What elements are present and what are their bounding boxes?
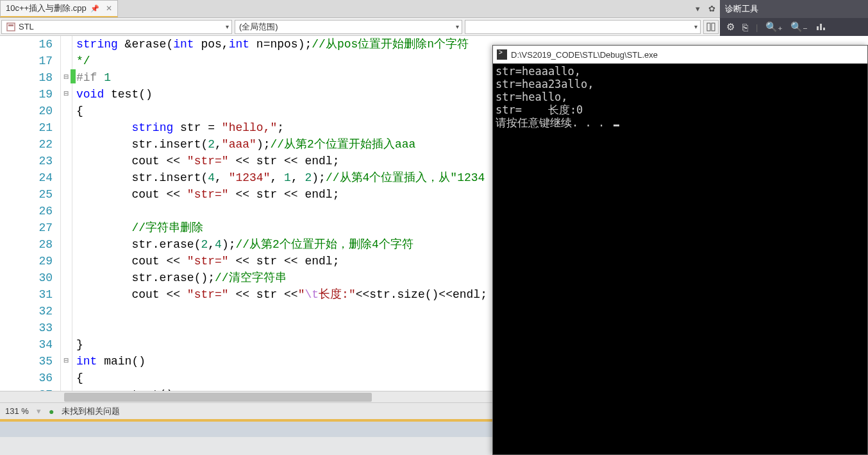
svg-rect-0 [7, 23, 15, 31]
fold-column[interactable]: ⊟⊟⊟ [61, 36, 72, 391]
tab-filename: 10c++插入与删除.cpp [6, 3, 87, 14]
zoom-in-icon[interactable]: 🔍₊ [765, 21, 783, 33]
scope-2-label: (全局范围) [239, 21, 278, 33]
svg-rect-6 [823, 28, 825, 30]
console-output: str=heaaallo,str=heaa23allo,str=heallo,s… [493, 64, 867, 454]
chevron-down-icon: ▾ [456, 23, 459, 30]
scope-dropdown-2[interactable]: (全局范围) ▾ [235, 20, 462, 34]
status-text: 未找到相关问题 [62, 406, 120, 417]
chart-icon[interactable] [815, 21, 826, 33]
line-number-gutter: 1617181920212223242526272829303132333435… [0, 36, 61, 391]
file-tab[interactable]: 10c++插入与删除.cpp 📌 ✕ [0, 0, 118, 17]
diagnostic-panel-header: 诊断工具 [720, 0, 868, 18]
svg-rect-1 [8, 24, 13, 26]
diagnostic-panel-title: 诊断工具 [725, 3, 758, 15]
split-icon[interactable] [703, 20, 719, 34]
scope-dropdown-1[interactable]: STL ▾ [1, 20, 232, 34]
svg-rect-3 [712, 23, 715, 31]
tab-close-icon[interactable]: ✕ [106, 4, 112, 13]
pin-icon[interactable]: 📌 [90, 4, 99, 13]
project-icon [6, 22, 16, 32]
check-icon: ● [49, 406, 54, 416]
change-marker [71, 69, 76, 83]
console-title: D:\VS2019_CODE\STL\Debug\STL.exe [511, 50, 658, 60]
scrollbar-thumb[interactable] [64, 393, 372, 402]
diagnostic-toolbar: ⚙ ⎘ | 🔍₊ 🔍₋ [720, 18, 868, 36]
console-icon [497, 49, 507, 60]
zoom-level[interactable]: 131 % [5, 406, 29, 416]
console-titlebar[interactable]: D:\VS2019_CODE\STL\Debug\STL.exe [493, 46, 867, 64]
scope-dropdown-3[interactable]: ▾ [465, 20, 701, 34]
console-window[interactable]: D:\VS2019_CODE\STL\Debug\STL.exe str=hea… [492, 45, 868, 455]
svg-rect-5 [820, 24, 822, 30]
gear-icon[interactable]: ✿ [706, 3, 717, 15]
dropdown-icon[interactable]: ▾ [692, 3, 703, 15]
svg-rect-4 [817, 26, 819, 30]
settings-gear-icon[interactable]: ⚙ [726, 21, 735, 33]
chevron-down-icon: ▾ [694, 23, 697, 30]
chevron-down-icon: ▾ [226, 23, 229, 30]
export-icon[interactable]: ⎘ [742, 22, 748, 33]
svg-rect-2 [707, 23, 710, 31]
scope-1-label: STL [19, 22, 34, 31]
zoom-out-icon[interactable]: 🔍₋ [790, 21, 808, 33]
